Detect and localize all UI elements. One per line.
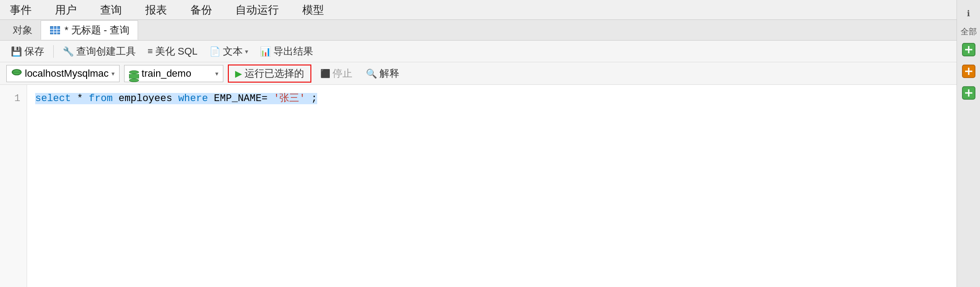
code-editor[interactable]: select * from employees where EMP_NAME= …: [27, 85, 980, 287]
code-string-value: '张三': [273, 93, 305, 104]
menu-item-query[interactable]: 查询: [97, 1, 125, 19]
text-icon: 📄: [209, 46, 221, 57]
stop-icon: ⬛: [320, 69, 330, 79]
tab-bar: 对象 * 无标题 - 查询: [0, 20, 980, 41]
tab-active-label: * 无标题 - 查询: [65, 23, 129, 37]
editor-area: 1 select * from employees where EMP_NAME…: [0, 85, 980, 287]
connection-bar: localhostMysqlmac ▾ train_demo ▾ ▶ 运行已选择…: [0, 62, 980, 85]
text-button[interactable]: 📄 文本 ▾: [205, 43, 253, 60]
tab-active-query[interactable]: * 无标题 - 查询: [41, 20, 138, 40]
save-label: 保存: [24, 45, 44, 58]
beautify-button[interactable]: ≡ 美化 SQL: [143, 43, 202, 60]
code-table: employees: [119, 93, 178, 104]
keyword-select: select: [35, 93, 71, 104]
table-icon: [49, 25, 61, 35]
play-icon: ▶: [235, 68, 242, 79]
explain-icon: 🔍: [366, 68, 377, 79]
right-panel-label: 全部: [961, 26, 977, 37]
connection-name: localhostMysqlmac: [25, 68, 109, 79]
code-condition: EMP_NAME=: [214, 93, 268, 104]
code-star: *: [77, 93, 88, 104]
stop-button[interactable]: ⬛ 停止: [316, 65, 357, 82]
tab-object[interactable]: 对象: [5, 21, 41, 40]
menu-item-users[interactable]: 用户: [52, 1, 79, 19]
beautify-label: 美化 SQL: [155, 45, 198, 58]
keyword-where: where: [178, 93, 208, 104]
menu-item-model[interactable]: 模型: [300, 1, 327, 19]
line-number-1: 1: [6, 90, 20, 107]
stop-label: 停止: [333, 67, 352, 80]
code-line-1: select * from employees where EMP_NAME= …: [35, 93, 317, 104]
export-icon: 📊: [260, 46, 271, 57]
save-icon: 💾: [11, 46, 22, 57]
beautify-icon: ≡: [148, 46, 153, 56]
code-semicolon: ;: [311, 93, 317, 104]
database-name: train_demo: [142, 68, 191, 79]
save-button[interactable]: 💾 保存: [6, 43, 49, 60]
right-panel-icon-2[interactable]: [960, 62, 978, 80]
export-button[interactable]: 📊 导出结果: [255, 43, 318, 60]
right-panel-icon-3[interactable]: [960, 84, 978, 102]
query-builder-label: 查询创建工具: [76, 45, 136, 58]
text-dropdown-arrow: ▾: [245, 48, 248, 55]
run-selected-label: 运行已选择的: [245, 67, 304, 80]
line-numbers: 1: [0, 85, 27, 287]
separator-1: [53, 45, 54, 58]
explain-label: 解释: [379, 67, 399, 80]
database-dropdown[interactable]: train_demo ▾: [124, 65, 223, 82]
right-panel: ℹ 全部: [957, 0, 980, 287]
export-label: 导出结果: [273, 45, 313, 58]
toolbar: 💾 保存 🔧 查询创建工具 ≡ 美化 SQL 📄 文本 ▾ 📊 导出结果: [0, 41, 980, 62]
menu-item-backup[interactable]: 备份: [188, 1, 215, 19]
menu-item-autorun[interactable]: 自动运行: [233, 1, 282, 19]
database-dropdown-arrow: ▾: [215, 70, 218, 77]
svg-rect-0: [50, 26, 60, 34]
menu-bar: 事件 用户 查询 报表 备份 自动运行 模型: [0, 0, 980, 20]
text-label: 文本: [223, 45, 243, 58]
query-builder-button[interactable]: 🔧 查询创建工具: [58, 43, 140, 60]
run-selected-button[interactable]: ▶ 运行已选择的: [228, 65, 311, 83]
connection-dropdown-arrow: ▾: [111, 70, 115, 77]
connection-leaf-icon: [11, 67, 22, 80]
menu-item-events[interactable]: 事件: [7, 1, 34, 19]
database-icon: [129, 65, 139, 82]
connection-dropdown[interactable]: localhostMysqlmac ▾: [6, 65, 120, 82]
menu-item-report[interactable]: 报表: [143, 1, 170, 19]
explain-button[interactable]: 🔍 解释: [361, 65, 404, 82]
query-builder-icon: 🔧: [63, 46, 74, 57]
keyword-from: from: [89, 93, 113, 104]
right-panel-icon-1[interactable]: [960, 41, 978, 59]
right-panel-info-icon[interactable]: ℹ: [960, 5, 978, 23]
